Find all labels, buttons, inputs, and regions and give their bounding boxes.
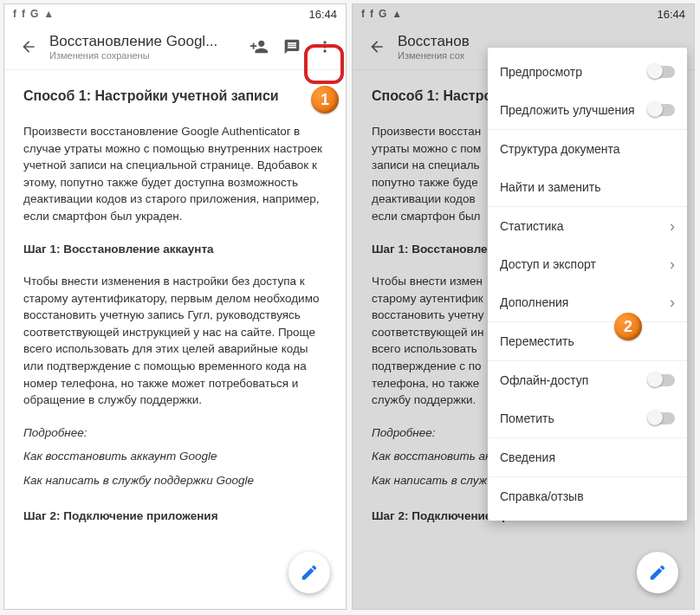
fb-icon: f (22, 8, 25, 20)
menu-label: Справка/отзыв (500, 489, 584, 503)
google-icon: G (30, 8, 38, 20)
menu-label: Предложить улучшения (500, 103, 635, 117)
doc-title: Восстановление Googl... (49, 33, 243, 50)
paragraph: Чтобы внести изменения в настройки без д… (23, 273, 327, 409)
menu-star[interactable]: Пометить (488, 399, 687, 437)
callout-badge-1: 1 (311, 86, 339, 113)
phone-right: f f G ▲ 16:44 Восстанов Изменения сох Сп… (352, 3, 695, 610)
edit-fab[interactable] (288, 552, 330, 593)
more-label: Подробнее: (23, 424, 327, 442)
menu-label: Статистика (500, 219, 564, 233)
fb-icon: f (370, 8, 373, 20)
doc-subtitle: Изменения сохранены (49, 50, 243, 61)
back-button[interactable] (361, 31, 392, 62)
chevron-right-icon: › (670, 217, 675, 236)
callout-badge-2: 2 (614, 313, 642, 340)
chevron-right-icon: › (670, 294, 675, 312)
clock: 16:44 (308, 8, 337, 21)
paragraph: Произвести восстановление Google Authent… (23, 123, 327, 224)
fb-icon: f (361, 8, 365, 20)
menu-label: Переместить (500, 334, 574, 348)
link-text: Как восстановить аккаунт Google (23, 448, 327, 465)
menu-offline[interactable]: Офлайн-доступ (488, 361, 687, 399)
appbar: Восстановление Googl... Изменения сохран… (4, 23, 346, 70)
step-heading: Шаг 2: Подключение приложения (23, 508, 327, 525)
overflow-menu: Предпросмотр Предложить улучшения Структ… (488, 48, 687, 521)
comments-button[interactable] (276, 31, 308, 62)
app-icon: ▲ (43, 8, 54, 20)
menu-label: Офлайн-доступ (500, 373, 588, 387)
menu-label: Доступ и экспорт (500, 257, 596, 271)
add-person-button[interactable] (243, 31, 275, 62)
callout-box-1 (304, 44, 344, 84)
clock: 16:44 (657, 8, 685, 21)
link-text: Как написать в службу поддержки Google (23, 472, 327, 489)
menu-stats[interactable]: Статистика › (488, 207, 687, 245)
menu-preview[interactable]: Предпросмотр (488, 53, 687, 91)
menu-label: Предпросмотр (500, 65, 582, 79)
menu-label: Дополнения (500, 295, 568, 309)
menu-help[interactable]: Справка/отзыв (488, 477, 687, 515)
menu-label: Структура документа (500, 142, 620, 156)
toggle-icon[interactable] (649, 412, 675, 424)
menu-label: Сведения (500, 450, 555, 464)
menu-outline[interactable]: Структура документа (488, 130, 687, 168)
back-button[interactable] (13, 31, 44, 62)
menu-share-export[interactable]: Доступ и экспорт › (488, 245, 687, 283)
title-block: Восстановление Googl... Изменения сохран… (49, 33, 243, 61)
menu-find[interactable]: Найти и заменить (488, 168, 687, 206)
phone-left: f f G ▲ 16:44 Восстановление Googl... Из… (3, 3, 347, 610)
menu-suggest[interactable]: Предложить улучшения (488, 91, 687, 129)
menu-label: Найти и заменить (500, 180, 600, 194)
heading: Способ 1: Настройки учетной записи (23, 86, 327, 106)
toggle-icon[interactable] (649, 66, 675, 78)
app-icon: ▲ (392, 8, 402, 20)
edit-fab[interactable] (637, 552, 678, 593)
fb-icon: f (13, 8, 16, 20)
menu-move[interactable]: Переместить (488, 322, 687, 360)
toggle-icon[interactable] (649, 374, 675, 386)
chevron-right-icon: › (670, 256, 675, 274)
step-heading: Шаг 1: Восстановление аккаунта (23, 241, 327, 258)
google-icon: G (379, 8, 386, 20)
statusbar: f f G ▲ 16:44 (4, 4, 346, 23)
menu-details[interactable]: Сведения (488, 438, 687, 476)
menu-label: Пометить (500, 411, 554, 425)
menu-addons[interactable]: Дополнения › (488, 283, 687, 321)
statusbar: f f G ▲ 16:44 (353, 4, 694, 23)
toggle-icon[interactable] (649, 104, 675, 116)
document-body[interactable]: Способ 1: Настройки учетной записи Произ… (4, 70, 346, 556)
